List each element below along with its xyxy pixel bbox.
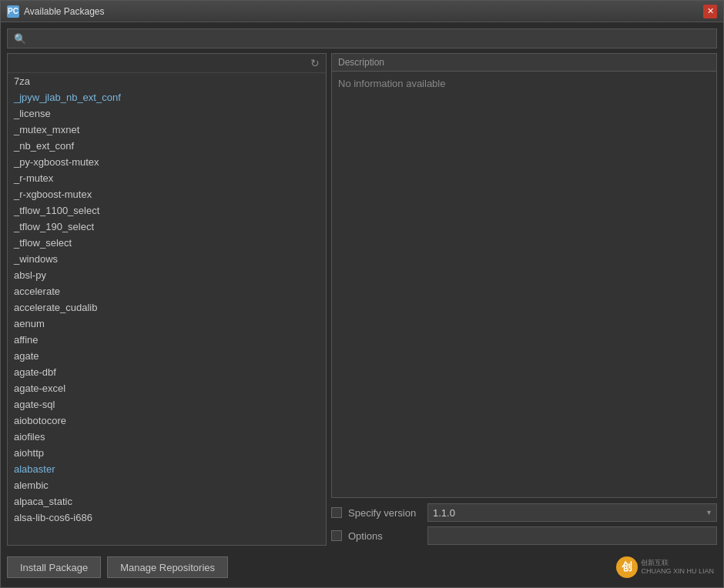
list-item[interactable]: _tflow_1100_select [8,202,326,219]
watermark: 创 创新互联 CHUANG XIN HU LIAN [616,556,714,578]
list-item[interactable]: alpaca_static [8,493,326,509]
watermark-url: CHUANG XIN HU LIAN [641,567,714,576]
refresh-button[interactable]: ↻ [307,55,323,71]
list-item[interactable]: _windows [8,251,326,267]
watermark-site: 创新互联 [641,559,714,567]
list-item[interactable]: agate [8,348,326,364]
watermark-logo: 创 [616,556,638,578]
list-item[interactable]: aiobotocore [8,413,326,429]
list-item[interactable]: affine [8,332,326,348]
list-item[interactable]: absl-py [8,267,326,283]
specify-version-checkbox[interactable] [331,507,342,518]
description-content: No information available [332,72,716,497]
list-item[interactable]: alembic [8,477,326,493]
right-panel: Description No information available Spe… [331,53,717,546]
list-item[interactable]: accelerate_cudalib [8,299,326,316]
list-item[interactable]: agate-sql [8,396,326,413]
options-row: Options [331,526,717,546]
package-list[interactable]: 7za_jpyw_jlab_nb_ext_conf_license_mutex_… [8,73,326,545]
list-item[interactable]: aenum [8,316,326,332]
close-button[interactable]: ✕ [703,5,717,18]
list-item[interactable]: _license [8,105,326,122]
list-item[interactable]: _py-xgboost-mutex [8,154,326,170]
list-item[interactable]: alabaster [8,461,326,477]
specify-version-label: Specify version [348,507,421,519]
options-label: Options [348,530,421,542]
list-item[interactable]: accelerate [8,283,326,299]
list-item[interactable]: aiohttp [8,445,326,461]
watermark-text: 创新互联 CHUANG XIN HU LIAN [641,559,714,576]
list-item[interactable]: 7za [8,73,326,89]
package-list-container: ↻ 7za_jpyw_jlab_nb_ext_conf_license_mute… [7,53,327,546]
search-input[interactable] [7,28,717,48]
specify-version-row: Specify version 1.1.01.0.00.9.00.8.0 [331,503,717,523]
list-item[interactable]: aiofiles [8,429,326,445]
list-item[interactable]: _nb_ext_conf [8,138,326,154]
app-icon: PC [7,5,19,18]
list-item[interactable]: _tflow_190_select [8,219,326,235]
list-item[interactable]: agate-dbf [8,364,326,380]
bottom-options: Specify version 1.1.01.0.00.9.00.8.0 Opt… [331,503,717,546]
list-item[interactable]: _jpyw_jlab_nb_ext_conf [8,89,326,105]
list-item[interactable]: alsa-lib-cos6-i686 [8,509,326,526]
list-item[interactable]: _mutex_mxnet [8,122,326,138]
description-panel: Description No information available [331,53,717,498]
list-toolbar: ↻ [8,54,326,73]
description-header: Description [332,54,716,72]
title-bar: PC Available Packages ✕ [1,1,723,22]
list-item[interactable]: agate-excel [8,380,326,396]
search-row [7,28,717,48]
list-item[interactable]: _r-xgboost-mutex [8,186,326,202]
window-title: Available Packages [24,6,703,17]
list-item[interactable]: _r-mutex [8,170,326,186]
list-item[interactable]: _tflow_select [8,235,326,251]
footer-buttons: Install Package Manage Repositories [7,550,717,581]
version-wrapper: 1.1.01.0.00.9.00.8.0 [427,503,717,522]
main-area: ↻ 7za_jpyw_jlab_nb_ext_conf_license_mute… [7,53,717,546]
options-checkbox[interactable] [331,530,342,541]
install-button[interactable]: Install Package [7,556,101,578]
options-input[interactable] [427,526,717,545]
version-select[interactable]: 1.1.01.0.00.9.00.8.0 [427,503,717,522]
manage-repositories-button[interactable]: Manage Repositories [107,556,228,578]
